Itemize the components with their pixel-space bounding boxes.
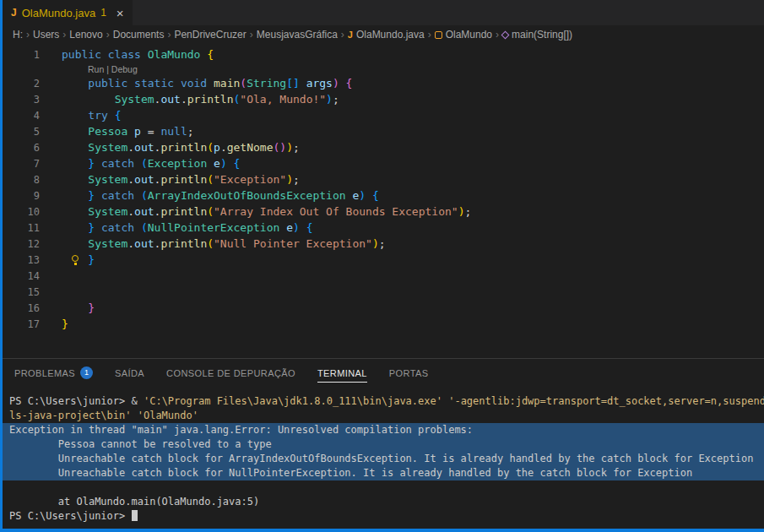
line-number: 2 (3, 76, 40, 92)
line-number: 8 (3, 172, 40, 188)
code-lines: 1public class OlaMundo {Run | Debug2 pub… (3, 46, 764, 332)
tab-olamundo-java[interactable]: J OlaMundo.java 1 × (3, 0, 133, 25)
code-text[interactable]: } (40, 318, 68, 330)
code-line: 16 } (3, 300, 764, 316)
terminal-line: at OlaMundo.main(OlaMundo.java:5) (3, 495, 764, 509)
panel-tab-problemas[interactable]: PROBLEMAS1 (14, 359, 93, 386)
java-icon: J (348, 30, 353, 40)
code-text[interactable]: System.out.println("Array Index Out Of B… (40, 205, 471, 218)
close-icon[interactable]: × (116, 6, 124, 20)
panel-tab-sa-da[interactable]: SAÍDA (115, 359, 144, 386)
java-file-icon: J (11, 7, 17, 19)
code-text[interactable]: try { (40, 109, 121, 122)
breadcrumb-separator: › (250, 29, 253, 41)
code-line: 4 try { (3, 107, 764, 123)
terminal-line: Unreachable catch block for NullPointerE… (3, 466, 764, 480)
codelens-run-debug[interactable]: Run | Debug (88, 64, 138, 74)
code-text[interactable]: } catch (Exception e) { (40, 157, 240, 170)
tab-problem-count: 1 (100, 7, 106, 19)
breadcrumb-item[interactable]: Lenovo (69, 29, 102, 41)
code-text[interactable]: Pessoa p = null; (40, 125, 194, 138)
code-line: 10 System.out.println("Array Index Out O… (3, 204, 764, 220)
code-line: 12 System.out.println("Null Pointer Exce… (3, 236, 764, 252)
code-text[interactable]: System.out.println(p.getNome()); (40, 141, 300, 154)
breadcrumb-separator: › (106, 29, 110, 41)
code-line: 1public class OlaMundo { (3, 46, 764, 62)
terminal-line (3, 480, 764, 495)
breadcrumb-separator: › (428, 29, 431, 41)
terminal-line: PS C:\Users\junior> & 'C:\Program Files\… (3, 394, 764, 409)
code-text[interactable]: System.out.println("Exception"); (40, 173, 300, 186)
line-number: 16 (3, 301, 40, 317)
code-text[interactable] (40, 269, 62, 282)
method-icon (501, 30, 510, 39)
line-number: 6 (3, 140, 40, 156)
code-line: 17} (3, 316, 764, 332)
code-line: 8 System.out.println("Exception"); (3, 171, 764, 187)
breadcrumb: H:›Users›Lenovo›Documents›PenDriveCruzer… (3, 25, 764, 44)
line-number: 11 (3, 220, 40, 236)
code-text[interactable]: } (40, 301, 95, 314)
class-icon (435, 31, 442, 39)
code-text[interactable]: } catch (NullPointerException e) { (40, 221, 312, 234)
breadcrumb-item[interactable]: MeusjavasGráfica (257, 29, 338, 41)
code-text[interactable]: public class OlaMundo { (40, 48, 214, 61)
line-number: 14 (3, 269, 40, 285)
code-text[interactable]: } (40, 253, 95, 266)
terminal-line: ls-java-project\bin' 'OlaMundo' (3, 409, 764, 423)
terminal-output[interactable]: PS C:\Users\junior> & 'C:\Program Files\… (3, 386, 764, 529)
quickfix-lightbulb-icon[interactable] (72, 255, 79, 262)
line-number: 4 (3, 108, 40, 124)
code-text[interactable]: public static void main(String[] args) { (40, 77, 352, 90)
window-left-border (0, 0, 3, 532)
code-line: 13 } (3, 252, 764, 268)
breadcrumb-separator: › (341, 29, 344, 41)
breadcrumb-separator: › (26, 29, 30, 41)
line-number: 13 (3, 252, 40, 269)
code-line: 7 } catch (Exception e) { (3, 155, 764, 171)
code-text[interactable]: System.out.println("Null Pointer Excepti… (40, 237, 386, 250)
bottom-panel: PROBLEMAS1SAÍDACONSOLE DE DEPURAÇÃOTERMI… (3, 358, 764, 529)
code-line: 5 Pessoa p = null; (3, 123, 764, 139)
line-number: 12 (3, 236, 40, 252)
breadcrumb-item[interactable]: Documents (113, 29, 165, 41)
line-number: 15 (3, 285, 40, 301)
terminal-line: Unreachable catch block for ArrayIndexOu… (3, 452, 764, 466)
panel-tab-terminal[interactable]: TERMINAL (317, 359, 367, 386)
breadcrumb-item[interactable]: main(String[]) (502, 29, 572, 41)
breadcrumb-item[interactable]: H: (13, 29, 23, 41)
problems-count-badge: 1 (80, 366, 93, 379)
terminal-cursor (132, 510, 138, 521)
line-number: 17 (3, 317, 40, 333)
code-line: 6 System.out.println(p.getNome()); (3, 139, 764, 155)
breadcrumb-item[interactable]: PenDriveCruzer (174, 29, 246, 41)
vscode-window: J OlaMundo.java 1 × H:›Users›Lenovo›Docu… (0, 0, 764, 532)
breadcrumb-item[interactable]: Users (33, 29, 59, 41)
breadcrumb-separator: › (496, 29, 499, 41)
code-line: 2 public static void main(String[] args)… (3, 75, 764, 91)
line-number: 1 (3, 47, 40, 63)
code-editor[interactable]: 1public class OlaMundo {Run | Debug2 pub… (3, 44, 764, 358)
code-text[interactable] (40, 285, 62, 298)
code-text[interactable]: } catch (ArrayIndexOutOfBoundsException … (40, 189, 379, 202)
line-number: 3 (3, 92, 40, 108)
panel-tabs: PROBLEMAS1SAÍDACONSOLE DE DEPURAÇÃOTERMI… (3, 359, 764, 386)
panel-tab-console-de-depura-o[interactable]: CONSOLE DE DEPURAÇÃO (166, 359, 295, 386)
tab-title: OlaMundo.java (22, 7, 95, 19)
codelens-row: Run | Debug (3, 62, 764, 75)
line-number: 5 (3, 124, 40, 140)
terminal-line: PS C:\Users\junior> (3, 509, 764, 524)
breadcrumb-item[interactable]: JOlaMundo.java (348, 29, 425, 41)
terminal-line: Exception in thread "main" java.lang.Err… (3, 423, 764, 437)
panel-tab-portas[interactable]: PORTAS (389, 359, 429, 386)
code-line: 11 } catch (NullPointerException e) { (3, 220, 764, 236)
line-number: 10 (3, 204, 40, 220)
breadcrumb-separator: › (62, 29, 66, 41)
code-text[interactable]: System.out.println("Ola, Mundo!"); (40, 93, 339, 106)
line-number: 7 (3, 156, 40, 172)
code-line: 15 (3, 284, 764, 300)
window-bottom-border (0, 529, 764, 532)
editor-tab-bar: J OlaMundo.java 1 × (3, 0, 764, 25)
line-number: 9 (3, 188, 40, 204)
breadcrumb-item[interactable]: OlaMundo (435, 29, 492, 41)
